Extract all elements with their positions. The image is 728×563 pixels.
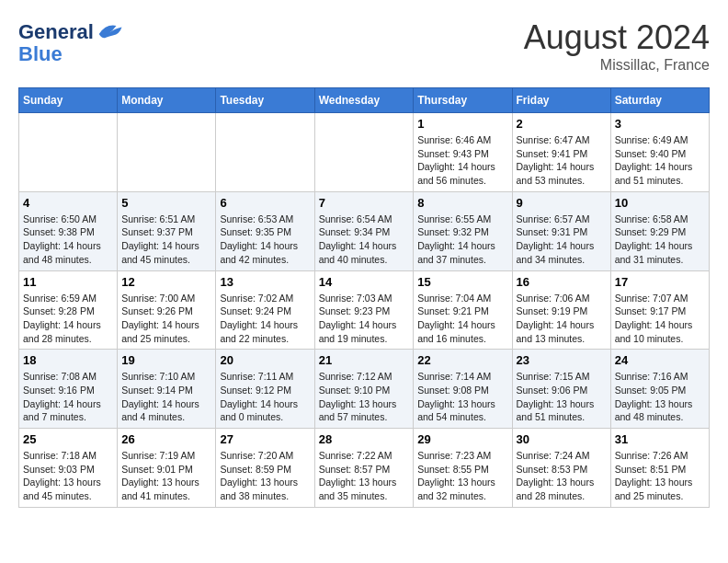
- calendar-cell: 22Sunrise: 7:14 AM Sunset: 9:08 PM Dayli…: [414, 350, 512, 429]
- day-info: Sunrise: 7:24 AM Sunset: 8:53 PM Dayligh…: [517, 449, 607, 503]
- day-info: Sunrise: 7:16 AM Sunset: 9:05 PM Dayligh…: [615, 370, 705, 424]
- calendar-cell: 17Sunrise: 7:07 AM Sunset: 9:17 PM Dayli…: [610, 270, 709, 350]
- day-number: 6: [220, 196, 310, 210]
- calendar-cell: 26Sunrise: 7:19 AM Sunset: 9:01 PM Dayli…: [118, 429, 216, 508]
- day-number: 12: [121, 275, 211, 289]
- calendar-cell: 20Sunrise: 7:11 AM Sunset: 9:12 PM Dayli…: [216, 350, 314, 429]
- logo-text: General: [18, 21, 94, 43]
- calendar-cell: 19Sunrise: 7:10 AM Sunset: 9:14 PM Dayli…: [118, 350, 216, 429]
- day-info: Sunrise: 6:58 AM Sunset: 9:29 PM Dayligh…: [615, 213, 705, 267]
- day-info: Sunrise: 6:46 AM Sunset: 9:43 PM Dayligh…: [417, 133, 507, 188]
- calendar-cell: 1Sunrise: 6:46 AM Sunset: 9:43 PM Daylig…: [414, 113, 512, 192]
- day-info: Sunrise: 6:51 AM Sunset: 9:37 PM Dayligh…: [121, 213, 211, 267]
- day-info: Sunrise: 7:00 AM Sunset: 9:26 PM Dayligh…: [121, 292, 211, 346]
- day-info: Sunrise: 7:07 AM Sunset: 9:17 PM Dayligh…: [615, 292, 705, 346]
- calendar-cell: [216, 113, 314, 192]
- day-info: Sunrise: 6:50 AM Sunset: 9:38 PM Dayligh…: [23, 213, 113, 267]
- day-number: 13: [220, 275, 310, 289]
- day-number: 11: [23, 275, 113, 289]
- day-info: Sunrise: 7:14 AM Sunset: 9:08 PM Dayligh…: [417, 370, 507, 424]
- month-title: August 2024: [524, 18, 710, 57]
- calendar-day-header: Friday: [512, 88, 610, 113]
- calendar-cell: 29Sunrise: 7:23 AM Sunset: 8:55 PM Dayli…: [414, 429, 512, 508]
- day-number: 16: [517, 275, 607, 289]
- location: Missillac, France: [524, 57, 710, 74]
- calendar-table: SundayMondayTuesdayWednesdayThursdayFrid…: [18, 87, 710, 508]
- day-info: Sunrise: 7:19 AM Sunset: 9:01 PM Dayligh…: [121, 449, 211, 503]
- calendar-cell: 2Sunrise: 6:47 AM Sunset: 9:41 PM Daylig…: [512, 113, 610, 192]
- day-number: 29: [417, 432, 507, 446]
- day-info: Sunrise: 7:02 AM Sunset: 9:24 PM Dayligh…: [220, 292, 310, 346]
- calendar-cell: 8Sunrise: 6:55 AM Sunset: 9:32 PM Daylig…: [414, 191, 512, 270]
- day-number: 5: [121, 196, 211, 210]
- day-info: Sunrise: 7:22 AM Sunset: 8:57 PM Dayligh…: [319, 449, 410, 503]
- day-number: 20: [220, 353, 310, 367]
- calendar-day-header: Saturday: [610, 88, 709, 113]
- day-number: 17: [615, 275, 705, 289]
- calendar-cell: 10Sunrise: 6:58 AM Sunset: 9:29 PM Dayli…: [610, 191, 709, 270]
- calendar-cell: [19, 113, 118, 192]
- day-number: 22: [417, 353, 507, 367]
- calendar-cell: 18Sunrise: 7:08 AM Sunset: 9:16 PM Dayli…: [19, 350, 118, 429]
- day-number: 4: [23, 196, 113, 210]
- day-info: Sunrise: 7:18 AM Sunset: 9:03 PM Dayligh…: [23, 449, 113, 503]
- calendar-cell: 16Sunrise: 7:06 AM Sunset: 9:19 PM Dayli…: [512, 270, 610, 350]
- calendar-cell: 13Sunrise: 7:02 AM Sunset: 9:24 PM Dayli…: [216, 270, 314, 350]
- page-header: General Blue August 2024 Missillac, Fran…: [18, 18, 710, 74]
- calendar-day-header: Thursday: [414, 88, 512, 113]
- day-info: Sunrise: 7:04 AM Sunset: 9:21 PM Dayligh…: [417, 292, 507, 346]
- day-info: Sunrise: 7:11 AM Sunset: 9:12 PM Dayligh…: [220, 370, 310, 424]
- day-info: Sunrise: 7:08 AM Sunset: 9:16 PM Dayligh…: [23, 370, 113, 424]
- day-info: Sunrise: 7:03 AM Sunset: 9:23 PM Dayligh…: [319, 292, 410, 346]
- day-info: Sunrise: 7:20 AM Sunset: 8:59 PM Dayligh…: [220, 449, 310, 503]
- day-number: 14: [319, 275, 410, 289]
- day-number: 15: [417, 275, 507, 289]
- calendar-day-header: Monday: [118, 88, 216, 113]
- calendar-week-row: 25Sunrise: 7:18 AM Sunset: 9:03 PM Dayli…: [19, 429, 710, 508]
- day-number: 27: [220, 432, 310, 446]
- day-info: Sunrise: 7:26 AM Sunset: 8:51 PM Dayligh…: [615, 449, 705, 503]
- day-info: Sunrise: 6:49 AM Sunset: 9:40 PM Dayligh…: [615, 133, 705, 188]
- day-info: Sunrise: 6:54 AM Sunset: 9:34 PM Dayligh…: [319, 213, 410, 267]
- day-number: 10: [615, 196, 705, 210]
- day-info: Sunrise: 7:15 AM Sunset: 9:06 PM Dayligh…: [517, 370, 607, 424]
- calendar-week-row: 11Sunrise: 6:59 AM Sunset: 9:28 PM Dayli…: [19, 270, 710, 350]
- calendar-cell: 31Sunrise: 7:26 AM Sunset: 8:51 PM Dayli…: [610, 429, 709, 508]
- calendar-cell: 23Sunrise: 7:15 AM Sunset: 9:06 PM Dayli…: [512, 350, 610, 429]
- calendar-cell: 21Sunrise: 7:12 AM Sunset: 9:10 PM Dayli…: [314, 350, 414, 429]
- calendar-cell: 15Sunrise: 7:04 AM Sunset: 9:21 PM Dayli…: [414, 270, 512, 350]
- calendar-cell: [314, 113, 414, 192]
- day-number: 9: [517, 196, 607, 210]
- calendar-cell: 12Sunrise: 7:00 AM Sunset: 9:26 PM Dayli…: [118, 270, 216, 350]
- day-number: 7: [319, 196, 410, 210]
- calendar-week-row: 18Sunrise: 7:08 AM Sunset: 9:16 PM Dayli…: [19, 350, 710, 429]
- calendar-cell: 30Sunrise: 7:24 AM Sunset: 8:53 PM Dayli…: [512, 429, 610, 508]
- calendar-cell: [118, 113, 216, 192]
- logo: General Blue: [18, 18, 123, 66]
- day-number: 23: [517, 353, 607, 367]
- calendar-cell: 28Sunrise: 7:22 AM Sunset: 8:57 PM Dayli…: [314, 429, 414, 508]
- day-info: Sunrise: 7:23 AM Sunset: 8:55 PM Dayligh…: [417, 449, 507, 503]
- calendar-cell: 27Sunrise: 7:20 AM Sunset: 8:59 PM Dayli…: [216, 429, 314, 508]
- calendar-cell: 6Sunrise: 6:53 AM Sunset: 9:35 PM Daylig…: [216, 191, 314, 270]
- day-number: 30: [517, 432, 607, 446]
- day-info: Sunrise: 6:57 AM Sunset: 9:31 PM Dayligh…: [517, 213, 607, 267]
- calendar-day-header: Sunday: [19, 88, 118, 113]
- day-info: Sunrise: 7:10 AM Sunset: 9:14 PM Dayligh…: [121, 370, 211, 424]
- day-info: Sunrise: 7:06 AM Sunset: 9:19 PM Dayligh…: [517, 292, 607, 346]
- calendar-cell: 4Sunrise: 6:50 AM Sunset: 9:38 PM Daylig…: [19, 191, 118, 270]
- title-section: August 2024 Missillac, France: [524, 18, 710, 74]
- calendar-cell: 5Sunrise: 6:51 AM Sunset: 9:37 PM Daylig…: [118, 191, 216, 270]
- calendar-day-header: Tuesday: [216, 88, 314, 113]
- calendar-day-header: Wednesday: [314, 88, 414, 113]
- calendar-header-row: SundayMondayTuesdayWednesdayThursdayFrid…: [19, 88, 710, 113]
- calendar-week-row: 1Sunrise: 6:46 AM Sunset: 9:43 PM Daylig…: [19, 113, 710, 192]
- calendar-cell: 25Sunrise: 7:18 AM Sunset: 9:03 PM Dayli…: [19, 429, 118, 508]
- day-info: Sunrise: 7:12 AM Sunset: 9:10 PM Dayligh…: [319, 370, 410, 424]
- calendar-cell: 3Sunrise: 6:49 AM Sunset: 9:40 PM Daylig…: [610, 113, 709, 192]
- day-number: 18: [23, 353, 113, 367]
- day-number: 31: [615, 432, 705, 446]
- calendar-cell: 11Sunrise: 6:59 AM Sunset: 9:28 PM Dayli…: [19, 270, 118, 350]
- calendar-cell: 7Sunrise: 6:54 AM Sunset: 9:34 PM Daylig…: [314, 191, 414, 270]
- calendar-cell: 14Sunrise: 7:03 AM Sunset: 9:23 PM Dayli…: [314, 270, 414, 350]
